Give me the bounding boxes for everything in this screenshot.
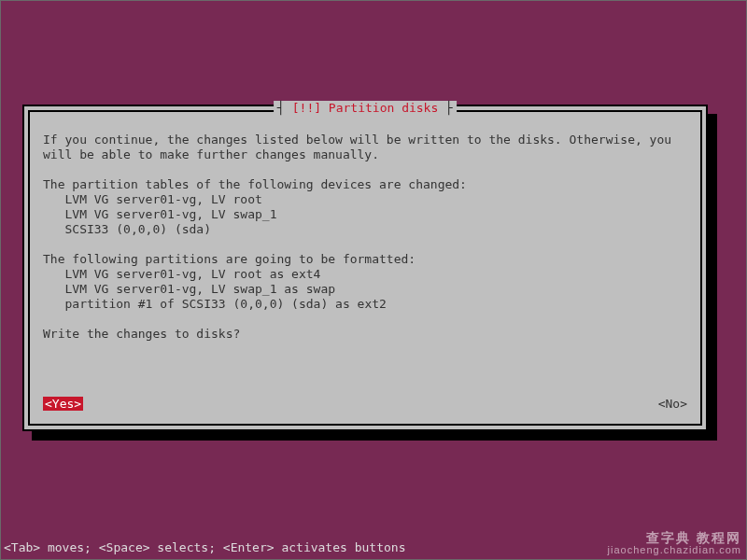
intro-text: If you continue, the changes listed belo… xyxy=(43,133,679,161)
partition-disks-dialog: ┤ [!!] Partition disks ├ If you continue… xyxy=(22,105,708,431)
watermark: 查字典 教程网 jiaocheng.chazidian.com xyxy=(608,532,741,556)
watermark-line1: 查字典 教程网 xyxy=(608,532,741,544)
title-prefix: ┤ xyxy=(277,101,285,115)
no-button[interactable]: <No> xyxy=(658,397,687,411)
watermark-line2: jiaocheng.chazidian.com xyxy=(608,544,741,556)
dialog-title: ┤ [!!] Partition disks ├ xyxy=(274,101,457,115)
changed-item: SCSI33 (0,0,0) (sda) xyxy=(64,222,211,236)
confirm-question: Write the changes to disks? xyxy=(43,327,240,341)
title-suffix: ├ xyxy=(438,101,453,115)
help-bar: <Tab> moves; <Space> selects; <Enter> ac… xyxy=(4,540,405,554)
changed-item: LVM VG server01-vg, LV root xyxy=(64,192,261,206)
changed-heading: The partition tables of the following de… xyxy=(43,177,467,191)
dialog-content: If you continue, the changes listed belo… xyxy=(30,112,700,342)
changed-item: LVM VG server01-vg, LV swap_1 xyxy=(64,207,276,221)
format-item: LVM VG server01-vg, LV swap_1 as swap xyxy=(64,282,335,296)
yes-button[interactable]: <Yes> xyxy=(43,397,83,411)
format-item: partition #1 of SCSI33 (0,0,0) (sda) as … xyxy=(64,297,386,311)
title-mark: [!!] xyxy=(285,101,329,115)
title-text: Partition disks xyxy=(329,101,438,115)
format-heading: The following partitions are going to be… xyxy=(43,252,416,266)
dialog-buttons: <Yes> <No> xyxy=(43,397,687,411)
dialog-inner: ┤ [!!] Partition disks ├ If you continue… xyxy=(28,110,702,426)
format-item: LVM VG server01-vg, LV root as ext4 xyxy=(64,267,320,281)
